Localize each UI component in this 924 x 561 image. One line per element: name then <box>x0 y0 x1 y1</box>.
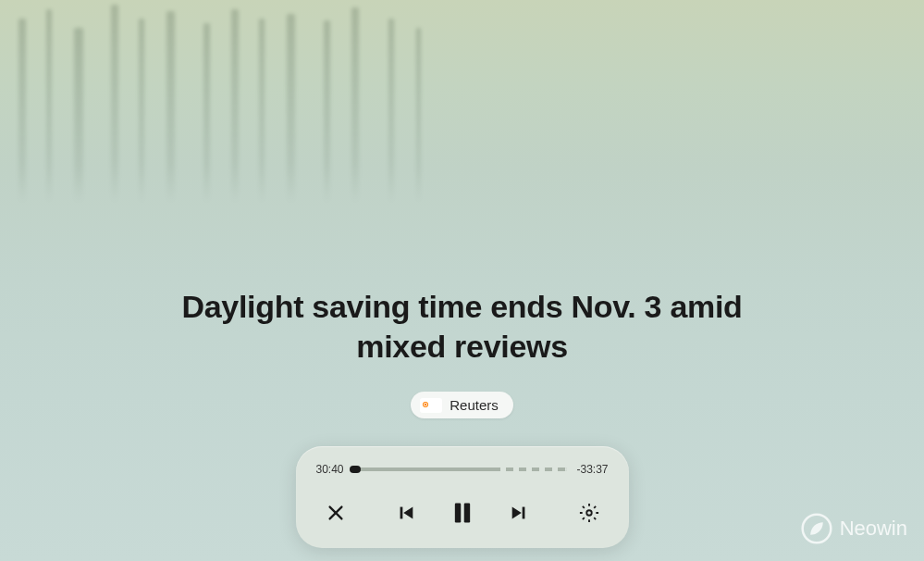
skip-previous-icon <box>396 503 416 523</box>
previous-button[interactable] <box>390 497 422 529</box>
close-icon <box>326 503 346 523</box>
next-button[interactable] <box>503 497 535 529</box>
svg-rect-5 <box>522 507 524 519</box>
close-button[interactable] <box>320 497 351 529</box>
gear-icon <box>579 503 599 523</box>
remaining-time-label: -33:37 <box>576 463 608 476</box>
settings-button[interactable] <box>573 497 605 529</box>
progress-buffer-indicator <box>493 468 567 471</box>
progress-row: 30:40 -33:37 <box>316 463 609 476</box>
source-chip[interactable]: Reuters <box>411 392 513 418</box>
playback-controls <box>390 494 535 531</box>
pause-icon <box>450 500 475 526</box>
progress-bar[interactable] <box>355 468 568 471</box>
player-controls-row <box>316 494 609 531</box>
svg-rect-2 <box>400 507 402 519</box>
svg-rect-4 <box>463 504 469 523</box>
article-headline: Daylight saving time ends Nov. 3 amid mi… <box>139 287 786 366</box>
source-name-label: Reuters <box>450 397 499 413</box>
svg-rect-3 <box>454 504 460 523</box>
neowin-logo-icon <box>801 513 832 544</box>
audio-player-panel: 30:40 -33:37 <box>296 446 629 548</box>
pause-button[interactable] <box>444 494 481 531</box>
source-logo-icon <box>420 398 442 413</box>
elapsed-time-label: 30:40 <box>316 463 346 476</box>
progress-thumb[interactable] <box>350 466 361 473</box>
watermark: Neowin <box>801 513 907 544</box>
skip-next-icon <box>509 503 529 523</box>
watermark-text: Neowin <box>840 517 907 541</box>
svg-point-6 <box>586 510 592 516</box>
